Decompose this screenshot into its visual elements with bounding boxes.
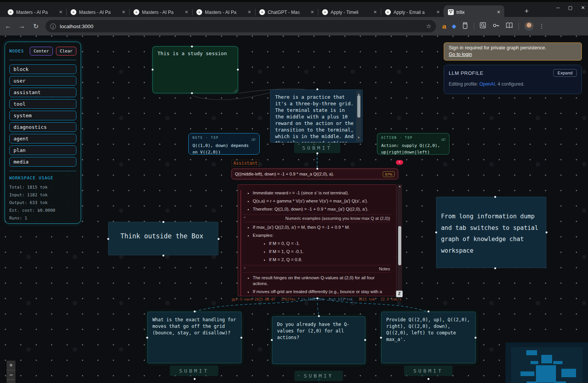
node-handle[interactable]: [427, 310, 429, 312]
eye-off-icon[interactable]: [441, 136, 446, 143]
blue-extension-icon[interactable]: ◆: [452, 23, 456, 30]
scroll-thumb[interactable]: [357, 95, 360, 118]
reading-list-book-icon[interactable]: [505, 22, 513, 30]
openai-profile-link[interactable]: OpenAI: [479, 81, 495, 87]
node-handle[interactable]: [191, 92, 193, 94]
node-type-assistant[interactable]: assistant: [9, 88, 76, 97]
tab-close-icon[interactable]: ✕: [247, 9, 252, 15]
node-handle[interactable]: [316, 152, 318, 154]
node-handle[interactable]: [162, 221, 164, 223]
question-node-qvalues[interactable]: Do you already have the Q-values for (2,…: [272, 316, 365, 364]
profile-avatar[interactable]: [524, 22, 534, 31]
practice-user-node[interactable]: There is a practice that it's a three-by…: [270, 89, 363, 143]
eye-off-icon[interactable]: [251, 136, 256, 143]
node-handle[interactable]: [240, 337, 242, 339]
note-sticky-node[interactable]: NOTE · TOP Q((1,0), down) depends on V((…: [188, 133, 260, 155]
bookmark-star-icon[interactable]: ☆: [426, 23, 431, 30]
tab-close-icon[interactable]: ✕: [184, 9, 189, 15]
vision-statement-node[interactable]: From long information dump and tab switc…: [436, 197, 546, 268]
node-handle[interactable]: [191, 46, 193, 47]
center-button[interactable]: Center: [30, 47, 53, 56]
practice-scrollbar[interactable]: ▲ ▼: [356, 91, 361, 142]
node-handle[interactable]: [364, 339, 366, 341]
node-handle[interactable]: [494, 196, 496, 198]
node-handle[interactable]: [107, 238, 109, 240]
password-key-icon[interactable]: [492, 22, 500, 30]
graph-canvas[interactable]: NODES Center Clear block user assistant …: [0, 35, 588, 383]
amazon-extension-icon[interactable]: a: [442, 22, 446, 30]
node-handle[interactable]: [546, 231, 547, 233]
reload-button[interactable]: ↻: [30, 22, 42, 30]
question-submit-button[interactable]: SUBMIT: [170, 366, 218, 376]
node-type-tool[interactable]: tool: [9, 99, 76, 109]
side-search-icon[interactable]: [480, 22, 487, 30]
node-type-diagnostics[interactable]: diagnostics: [9, 122, 76, 132]
forward-button[interactable]: →: [16, 22, 28, 30]
collapse-caret-icon[interactable]: ^: [243, 267, 251, 271]
minimize-button[interactable]: ─: [556, 5, 560, 10]
zoom-in-button[interactable]: +: [7, 361, 15, 370]
node-handle[interactable]: [475, 337, 476, 339]
node-type-agent[interactable]: agent: [9, 134, 76, 143]
node-handle[interactable]: [318, 315, 320, 317]
zoom-out-button[interactable]: −: [7, 370, 15, 380]
minimap[interactable]: [505, 343, 588, 383]
tab-close-icon[interactable]: ✕: [310, 9, 315, 15]
node-handle[interactable]: [316, 88, 318, 90]
tab-close-icon[interactable]: ✕: [121, 9, 126, 15]
node-handle[interactable]: [427, 378, 429, 380]
extensions-jar-icon[interactable]: [462, 22, 468, 30]
node-type-plan[interactable]: plan: [9, 145, 76, 155]
question-submit-button[interactable]: SUBMIT: [294, 371, 343, 381]
node-handle[interactable]: [218, 238, 220, 240]
maximize-button[interactable]: ▢: [568, 5, 573, 10]
window-close-button[interactable]: ✕: [581, 5, 585, 10]
node-handle[interactable]: [435, 231, 437, 233]
browser-menu-icon[interactable]: ⋮: [539, 23, 545, 30]
expand-button[interactable]: Expand: [553, 69, 577, 77]
scroll-up-icon[interactable]: ▲: [397, 185, 402, 188]
node-handle[interactable]: [494, 267, 496, 269]
node-handle[interactable]: [316, 297, 318, 299]
url-text[interactable]: localhost:3000: [60, 24, 422, 29]
node-handle[interactable]: [146, 337, 148, 339]
question-node-offgrid[interactable]: What is the exact handling for moves tha…: [147, 312, 242, 363]
practice-submit-button[interactable]: SUBMIT: [294, 143, 340, 153]
assistant-question-header[interactable]: Q((middle-left), down) = -1 + 0.9 * max_…: [231, 169, 398, 179]
tab-close-icon[interactable]: ✕: [58, 9, 63, 15]
node-type-block[interactable]: block: [9, 64, 76, 74]
node-handle[interactable]: [162, 255, 164, 256]
new-tab-button[interactable]: +: [522, 7, 532, 17]
resize-handle[interactable]: [233, 88, 237, 92]
node-handle[interactable]: [271, 339, 273, 341]
go-to-login-link[interactable]: Go to login: [449, 52, 472, 57]
node-handle[interactable]: [152, 69, 154, 71]
fit-view-button[interactable]: [7, 380, 15, 383]
address-bar[interactable]: i localhost:3000 ☆: [46, 20, 436, 32]
node-handle[interactable]: [194, 378, 196, 380]
question-node-provide-q[interactable]: Provide Q((2,0), up), Q((2,0), right), Q…: [381, 312, 476, 363]
assistant-scrollbar[interactable]: ▲: [397, 184, 402, 296]
node-type-system[interactable]: system: [9, 111, 76, 120]
collapse-caret-icon[interactable]: ^: [243, 216, 251, 221]
action-sticky-node[interactable]: ACTION · TOP Action: supply Q((2,0), up|…: [377, 133, 449, 155]
node-handle[interactable]: [380, 337, 382, 339]
back-button[interactable]: ←: [2, 22, 14, 30]
node-type-user[interactable]: user: [9, 76, 76, 86]
tab-close-icon[interactable]: ✕: [436, 9, 441, 15]
think-outside-box-node[interactable]: Think outside the Box: [108, 222, 218, 255]
node-handle[interactable]: [194, 310, 196, 312]
section-numeric-examples[interactable]: ^ Numeric examples (assuming you know ma…: [243, 214, 391, 222]
question-submit-button[interactable]: SUBMIT: [404, 366, 453, 376]
assistant-delete-button[interactable]: ✕: [396, 160, 403, 165]
clear-button[interactable]: Clear: [56, 47, 76, 56]
section-notes[interactable]: ^ Notes: [243, 265, 391, 273]
site-info-icon[interactable]: i: [50, 24, 56, 29]
assistant-answer-body[interactable]: Immediate reward r = -1 (since s' is not…: [238, 184, 397, 296]
node-handle[interactable]: [316, 168, 318, 170]
scroll-down-icon[interactable]: ▼: [356, 135, 361, 141]
study-session-node[interactable]: This is a study session: [152, 46, 238, 93]
scroll-thumb[interactable]: [398, 226, 401, 265]
node-type-media[interactable]: media: [9, 157, 76, 167]
tab-close-icon[interactable]: ✕: [373, 9, 378, 15]
